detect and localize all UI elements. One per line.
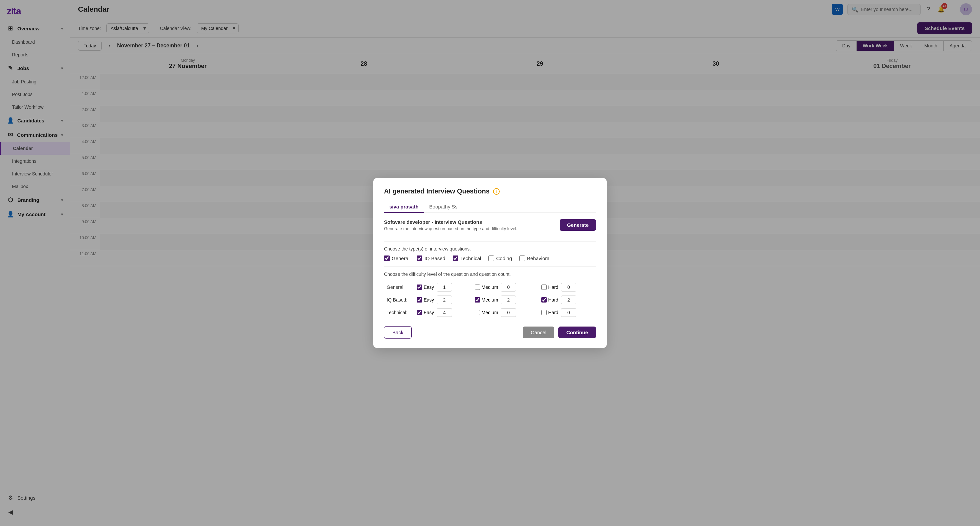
- technical-row-label: Technical:: [384, 306, 414, 319]
- info-icon[interactable]: i: [493, 188, 500, 195]
- modal-footer: Back Cancel Continue: [384, 326, 596, 338]
- checkbox-technical[interactable]: Technical: [453, 255, 481, 261]
- iq-hard-cell: Hard: [539, 293, 596, 306]
- checkbox-iq-based[interactable]: IQ Based: [417, 255, 445, 261]
- footer-right-buttons: Cancel Continue: [523, 327, 596, 338]
- checkbox-behavioral-input[interactable]: [519, 255, 525, 261]
- iq-easy-input[interactable]: [437, 295, 452, 304]
- general-medium-check[interactable]: Medium: [475, 285, 498, 290]
- general-hard-input[interactable]: [561, 283, 576, 292]
- modal-tabs: siva prasath Boopathy Ss: [384, 201, 596, 213]
- technical-hard-checkbox[interactable]: [541, 310, 547, 315]
- checkbox-technical-label: Technical: [460, 255, 481, 261]
- cancel-button[interactable]: Cancel: [523, 327, 554, 338]
- general-hard-cell: Hard: [539, 281, 596, 293]
- general-medium-checkbox[interactable]: [475, 285, 480, 290]
- technical-medium-checkbox[interactable]: [475, 310, 480, 315]
- general-easy-cell: Easy: [414, 281, 472, 293]
- checkbox-technical-input[interactable]: [453, 255, 458, 261]
- general-easy-checkbox[interactable]: [417, 285, 422, 290]
- general-hard-check[interactable]: Hard: [541, 285, 558, 290]
- difficulty-label: Choose the difficulty level of the quest…: [384, 271, 596, 277]
- difficulty-row-iq: IQ Based: Easy Medium: [384, 293, 596, 306]
- iq-easy-checkbox[interactable]: [417, 297, 422, 303]
- difficulty-table: General: Easy Medium: [384, 281, 596, 319]
- continue-button[interactable]: Continue: [558, 327, 596, 338]
- modal-title-text: AI generated Interview Questions: [384, 188, 490, 195]
- job-desc: Generate the interview question based on…: [384, 226, 517, 231]
- divider2: [384, 266, 596, 267]
- checkbox-coding-input[interactable]: [488, 255, 494, 261]
- back-button[interactable]: Back: [384, 326, 412, 338]
- checkbox-coding[interactable]: Coding: [488, 255, 512, 261]
- iq-medium-check[interactable]: Medium: [475, 297, 498, 303]
- general-medium-input[interactable]: [501, 283, 516, 292]
- checkbox-iq-based-label: IQ Based: [424, 255, 445, 261]
- checkbox-general[interactable]: General: [384, 255, 409, 261]
- technical-hard-input[interactable]: [561, 308, 576, 317]
- iq-medium-cell: Medium: [472, 293, 539, 306]
- question-types-row: General IQ Based Technical Coding Behavi…: [384, 255, 596, 261]
- technical-medium-cell: Medium: [472, 306, 539, 319]
- general-medium-cell: Medium: [472, 281, 539, 293]
- difficulty-row-general: General: Easy Medium: [384, 281, 596, 293]
- technical-easy-check[interactable]: Easy: [417, 310, 434, 315]
- technical-easy-checkbox[interactable]: [417, 310, 422, 315]
- technical-hard-check[interactable]: Hard: [541, 310, 558, 315]
- difficulty-row-technical: Technical: Easy Medium: [384, 306, 596, 319]
- modal-title-row: AI generated Interview Questions i: [384, 188, 596, 195]
- technical-medium-check[interactable]: Medium: [475, 310, 498, 315]
- iq-easy-cell: Easy: [414, 293, 472, 306]
- job-title: Software developer - Interview Questions: [384, 219, 517, 225]
- checkbox-general-label: General: [392, 255, 409, 261]
- iq-hard-check[interactable]: Hard: [541, 297, 558, 303]
- general-easy-input[interactable]: [437, 283, 452, 292]
- iq-medium-checkbox[interactable]: [475, 297, 480, 303]
- iq-medium-input[interactable]: [501, 295, 516, 304]
- question-type-label: Choose the type(s) of interview question…: [384, 246, 596, 252]
- general-row-label: General:: [384, 281, 414, 293]
- checkbox-behavioral[interactable]: Behavioral: [519, 255, 550, 261]
- general-hard-checkbox[interactable]: [541, 285, 547, 290]
- interview-questions-modal: AI generated Interview Questions i siva …: [373, 178, 607, 348]
- iq-hard-input[interactable]: [561, 295, 576, 304]
- technical-medium-input[interactable]: [501, 308, 516, 317]
- tab-siva-prasath[interactable]: siva prasath: [384, 201, 424, 213]
- checkbox-coding-label: Coding: [496, 255, 512, 261]
- checkbox-iq-based-input[interactable]: [417, 255, 422, 261]
- technical-hard-cell: Hard: [539, 306, 596, 319]
- iq-row-label: IQ Based:: [384, 293, 414, 306]
- checkbox-general-input[interactable]: [384, 255, 390, 261]
- iq-hard-checkbox[interactable]: [541, 297, 547, 303]
- modal-overlay[interactable]: AI generated Interview Questions i siva …: [0, 0, 980, 526]
- checkbox-behavioral-label: Behavioral: [527, 255, 550, 261]
- generate-button[interactable]: Generate: [560, 219, 596, 231]
- iq-easy-check[interactable]: Easy: [417, 297, 434, 303]
- technical-easy-cell: Easy: [414, 306, 472, 319]
- tab-boopathy-ss[interactable]: Boopathy Ss: [424, 201, 463, 213]
- general-easy-check[interactable]: Easy: [417, 285, 434, 290]
- technical-easy-input[interactable]: [437, 308, 452, 317]
